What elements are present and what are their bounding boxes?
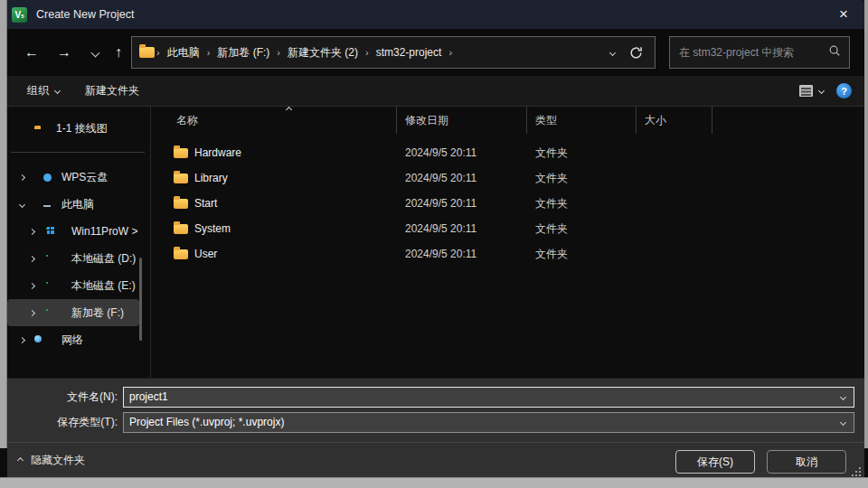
file-row-library[interactable]: Library 2024/9/5 20:11 文件夹 xyxy=(151,165,864,191)
change-view-button[interactable] xyxy=(796,85,827,97)
resize-grip[interactable] xyxy=(852,467,861,476)
command-toolbar: 组织 新建文件夹 ? xyxy=(7,76,864,107)
filetype-value: Project Files (*.uvproj; *.uvprojx) xyxy=(124,416,832,428)
file-type: 文件夹 xyxy=(527,171,637,186)
file-date: 2024/9/5 20:11 xyxy=(397,248,527,260)
search-icon xyxy=(828,44,841,61)
new-folder-button[interactable]: 新建文件夹 xyxy=(72,76,152,106)
chevron-right-icon[interactable] xyxy=(19,174,25,180)
folder-icon xyxy=(174,224,188,234)
chevron-down-icon[interactable] xyxy=(19,201,25,207)
file-type: 文件夹 xyxy=(527,247,637,262)
app-badge-letter: V xyxy=(14,10,21,20)
sidebar-item-local-disk-d[interactable]: 本地磁盘 (D:) xyxy=(7,245,150,272)
filetype-select[interactable]: Project Files (*.uvproj; *.uvprojx) xyxy=(123,412,854,433)
file-row-user[interactable]: User 2024/9/5 20:11 文件夹 xyxy=(151,241,864,267)
address-dropdown-button[interactable] xyxy=(600,51,624,55)
folder-icon xyxy=(174,148,188,158)
folder-icon xyxy=(174,249,188,259)
title-bar: V5 Create New Project × xyxy=(0,0,868,29)
filename-label: 文件名(N): xyxy=(7,389,118,405)
breadcrumb-item-new-folder[interactable]: 新建文件夹 (2) xyxy=(282,45,363,61)
breadcrumb: › 此电脑 › 新加卷 (F:) › 新建文件夹 (2) › stm32-pro… xyxy=(131,36,656,69)
file-type: 文件夹 xyxy=(527,196,637,211)
organize-label: 组织 xyxy=(27,83,49,99)
search-input[interactable] xyxy=(670,46,828,59)
chevron-right-icon[interactable] xyxy=(29,228,35,234)
form-panel: 文件名(N): 保存类型(T): Project Files (*.uvproj… xyxy=(7,378,864,477)
navigation-bar: ← → ↑ › 此电脑 › 新加卷 (F:) › 新建文件夹 (2) › stm… xyxy=(7,29,864,76)
file-name: Hardware xyxy=(194,146,241,159)
sidebar: 1-1 接线图 WPS云盘 此电脑 Win11ProW > xyxy=(7,107,150,378)
sidebar-item-wps-cloud[interactable]: WPS云盘 xyxy=(7,164,150,191)
keil-uvision-icon: V5 xyxy=(12,7,27,23)
close-button[interactable]: × xyxy=(826,0,861,29)
save-dialog: V5 Create New Project × ← → ↑ › 此电脑 › 新加… xyxy=(0,0,868,488)
sidebar-item-label: WPS云盘 xyxy=(61,170,108,185)
column-header-type[interactable]: 类型 xyxy=(527,107,637,134)
filename-input[interactable] xyxy=(124,390,832,403)
breadcrumb-item-stm32-project[interactable]: stm32-project xyxy=(371,46,448,59)
recent-locations-button[interactable] xyxy=(83,41,107,64)
file-row-hardware[interactable]: Hardware 2024/9/5 20:11 文件夹 xyxy=(151,140,864,165)
sidebar-scrollbar[interactable] xyxy=(139,258,142,341)
column-header-date-modified[interactable]: 修改日期 xyxy=(397,107,527,134)
file-list: 名称 修改日期 类型 大小 Hardware 2024/9/5 20:11 文件… xyxy=(150,107,864,378)
file-row-start[interactable]: Start 2024/9/5 20:11 文件夹 xyxy=(151,191,864,216)
column-header-filler xyxy=(712,107,864,134)
help-button[interactable]: ? xyxy=(836,83,852,99)
sidebar-item-pinned-folder[interactable]: 1-1 接线图 xyxy=(7,114,150,143)
column-header-size[interactable]: 大小 xyxy=(637,107,712,134)
chevron-right-icon[interactable] xyxy=(29,282,35,288)
filename-dropdown-button[interactable] xyxy=(832,395,854,399)
breadcrumb-separator: › xyxy=(205,47,212,58)
chevron-up-icon xyxy=(17,457,24,464)
breadcrumb-item-this-pc[interactable]: 此电脑 xyxy=(162,45,205,61)
sidebar-item-volume-f[interactable]: 新加卷 (F:) xyxy=(7,299,139,326)
cancel-button[interactable]: 取消 xyxy=(767,450,846,474)
back-button[interactable]: ← xyxy=(20,41,43,64)
file-type: 文件夹 xyxy=(527,221,637,237)
content-area: 1-1 接线图 WPS云盘 此电脑 Win11ProW > xyxy=(7,107,864,378)
parent-window-edge-right xyxy=(864,0,868,448)
windows-logo-icon xyxy=(47,227,54,234)
sidebar-divider xyxy=(11,152,145,153)
forward-button[interactable]: → xyxy=(52,41,76,64)
sidebar-item-label: 1-1 接线图 xyxy=(56,121,108,136)
file-date: 2024/9/5 20:11 xyxy=(397,146,527,159)
parent-window-edge-bottom xyxy=(0,477,868,488)
file-name: User xyxy=(194,248,217,260)
column-header-name[interactable]: 名称 xyxy=(151,107,397,134)
file-date: 2024/9/5 20:11 xyxy=(397,172,527,184)
search-box xyxy=(669,36,850,69)
save-button[interactable]: 保存(S) xyxy=(675,450,755,474)
breadcrumb-separator: › xyxy=(447,47,454,58)
sidebar-item-system-drive[interactable]: Win11ProW > xyxy=(7,218,150,245)
sidebar-item-label: 此电脑 xyxy=(61,197,94,212)
chevron-down-icon xyxy=(839,393,845,399)
up-button[interactable]: ↑ xyxy=(107,41,130,64)
file-date: 2024/9/5 20:11 xyxy=(397,197,527,210)
chevron-down-icon xyxy=(839,418,845,425)
filetype-dropdown-button[interactable] xyxy=(832,420,854,425)
hide-folders-label: 隐藏文件夹 xyxy=(31,453,85,468)
chevron-down-icon xyxy=(609,49,615,55)
chevron-right-icon[interactable] xyxy=(19,336,25,343)
refresh-button[interactable] xyxy=(624,46,647,60)
file-row-system[interactable]: System 2024/9/5 20:11 文件夹 xyxy=(151,216,864,241)
breadcrumb-separator: › xyxy=(275,47,282,58)
organize-button[interactable]: 组织 xyxy=(14,76,72,106)
sidebar-item-this-pc[interactable]: 此电脑 xyxy=(7,191,150,218)
file-name: Start xyxy=(194,197,217,210)
chevron-right-icon[interactable] xyxy=(29,255,35,261)
breadcrumb-item-volume-f[interactable]: 新加卷 (F:) xyxy=(212,45,275,61)
app-badge-number: 5 xyxy=(21,14,24,19)
filename-field xyxy=(123,387,854,408)
sidebar-item-local-disk-e[interactable]: 本地磁盘 (E:) xyxy=(7,272,150,299)
sidebar-item-label: 本地磁盘 (D:) xyxy=(71,251,136,267)
chevron-down-icon xyxy=(54,88,61,94)
chevron-right-icon[interactable] xyxy=(29,309,35,315)
hide-folders-button[interactable]: 隐藏文件夹 xyxy=(18,453,85,468)
file-date: 2024/9/5 20:11 xyxy=(397,222,527,235)
sidebar-item-network[interactable]: 网络 xyxy=(7,326,150,353)
